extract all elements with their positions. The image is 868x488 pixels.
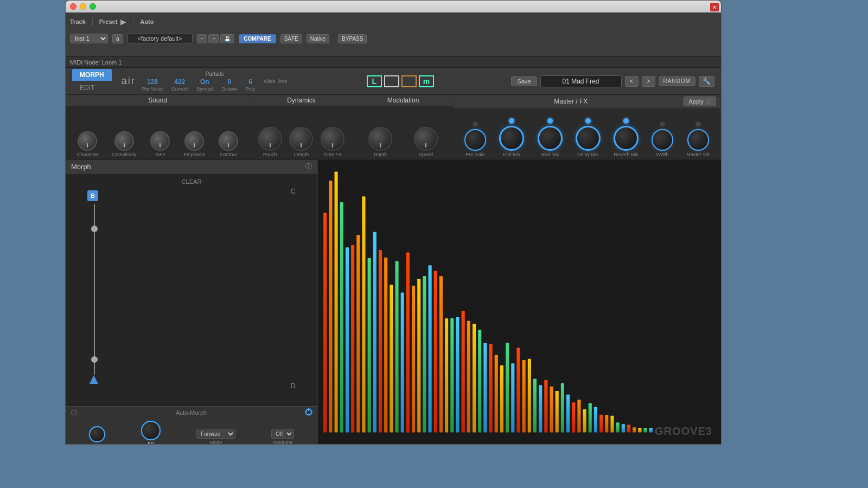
svg-marker-0 (90, 375, 98, 384)
timefx-knob[interactable] (321, 127, 344, 151)
preset-save-btn[interactable]: 💾 (220, 34, 234, 43)
master-fx-title: Master / FX (458, 98, 684, 105)
character-knob[interactable] (78, 131, 97, 151)
am-speed-knob[interactable] (141, 421, 161, 440)
am-speed-value: 50 (148, 441, 154, 444)
complexity-label: Complexity (112, 152, 137, 157)
preset-minus-btn[interactable]: − (197, 34, 208, 43)
speed-knob-group: Speed (414, 127, 438, 157)
master-fx-panel: Master / FX Apply ⓘ Pre Gain (454, 95, 721, 159)
svg-rect-7 (356, 235, 360, 432)
loom-letter-o1 (384, 75, 399, 87)
morph-tab[interactable]: MORPH (72, 69, 112, 81)
svg-rect-32 (495, 355, 498, 433)
safe-button[interactable]: SAFE (280, 34, 302, 43)
sync-icon[interactable] (89, 426, 105, 442)
save-button[interactable]: Save (511, 76, 537, 86)
complexity-knob[interactable] (114, 131, 134, 151)
inst-option-btn[interactable]: a (112, 34, 123, 43)
emphasis-label: Emphasis (183, 152, 205, 157)
pval-synced: On Synced (196, 78, 213, 92)
svg-rect-47 (577, 400, 580, 433)
svg-rect-28 (473, 324, 476, 433)
window-close-btn[interactable]: ✕ (710, 3, 719, 11)
morph-panel-header: Morph ⓘ (66, 160, 317, 174)
morph-point-b[interactable]: B (87, 190, 98, 201)
native-button[interactable]: Native (307, 34, 329, 43)
prev-preset-button[interactable]: < (625, 76, 639, 87)
svg-rect-33 (500, 365, 503, 433)
bypass-button[interactable]: BYPASS (338, 34, 367, 43)
preset-plus-btn[interactable]: + (208, 34, 219, 43)
auto-morph-power-icon[interactable] (305, 408, 312, 418)
svg-rect-39 (533, 379, 537, 433)
svg-rect-55 (622, 424, 625, 432)
preset-section: Preset ▶ (99, 17, 127, 26)
svg-rect-19 (423, 276, 426, 433)
maximize-button[interactable] (90, 3, 96, 10)
apply-button[interactable]: Apply ⓘ (684, 97, 716, 106)
main-content: Sound Character Complexity Tone (66, 95, 721, 444)
svg-rect-31 (489, 344, 493, 433)
svg-rect-1 (323, 213, 327, 432)
reverbmix-knob[interactable] (614, 126, 639, 151)
morph-point-d[interactable]: D (291, 382, 296, 390)
svg-rect-46 (572, 402, 575, 432)
morph-handle-bottom[interactable] (91, 356, 98, 363)
mode-select[interactable]: Forward Backward Bounce (196, 429, 235, 439)
morph-point-a[interactable] (88, 374, 99, 387)
clear-button[interactable]: CLEAR (182, 178, 202, 185)
character-knob-group: Character (77, 131, 99, 157)
emphasis-knob[interactable] (184, 131, 204, 151)
compare-button[interactable]: COMPARE (239, 34, 276, 43)
punch-knob[interactable] (258, 127, 282, 151)
contour-knob[interactable] (219, 131, 238, 151)
svg-rect-59 (644, 428, 647, 433)
auto-morph-header: ⓘ Auto-Morph (66, 407, 317, 419)
morph-canvas[interactable]: B C D (66, 174, 317, 406)
morph-point-c[interactable]: C (291, 187, 296, 195)
loom-logo: L m (367, 75, 434, 87)
svg-rect-42 (550, 387, 553, 433)
random-button[interactable]: RANDOM (659, 76, 695, 86)
svg-rect-13 (390, 285, 393, 432)
pin-button[interactable]: 🔧 (699, 76, 714, 87)
distmix-label: Dist Mix (503, 152, 520, 157)
svg-rect-15 (401, 293, 404, 433)
svg-rect-9 (368, 258, 371, 433)
retrigger-select[interactable]: Off On (271, 429, 294, 439)
svg-rect-23 (445, 318, 448, 432)
length-knob[interactable] (289, 127, 313, 151)
mastervol-knob[interactable] (687, 129, 709, 151)
morph-info-button[interactable]: ⓘ (305, 162, 312, 171)
speed-knob[interactable] (414, 127, 438, 151)
depth-knob[interactable] (368, 127, 392, 151)
pval-per-voice: 128 Per Voice (142, 78, 163, 92)
pregain-knob[interactable] (464, 129, 486, 151)
tone-knob[interactable] (150, 131, 170, 151)
next-preset-button[interactable]: > (642, 76, 655, 87)
morph-handle-top[interactable] (91, 226, 98, 232)
distmix-knob[interactable] (499, 126, 524, 151)
apply-info-icon: ⓘ (706, 98, 711, 105)
minimize-button[interactable] (80, 3, 86, 10)
inst-select[interactable]: Inst 1 (70, 34, 108, 43)
timefx-label: Time FX (323, 152, 342, 157)
svg-rect-60 (649, 428, 653, 433)
svg-rect-40 (539, 385, 542, 432)
svg-rect-36 (516, 348, 520, 432)
svg-rect-26 (462, 311, 465, 432)
close-button[interactable] (70, 3, 76, 10)
modmix-knob[interactable] (538, 126, 563, 151)
master-fx-header: Master / FX Apply ⓘ (454, 95, 720, 108)
width-knob[interactable] (652, 129, 673, 151)
pval-octave: 0 Octave (221, 78, 237, 92)
toolbar: Track Preset ▶ Auto Inst 1 a <factory de… (66, 12, 721, 57)
svg-rect-24 (450, 318, 454, 433)
spectrum-panel: GROOVE3 (318, 160, 721, 444)
delaymix-knob[interactable] (576, 126, 601, 151)
edit-tab[interactable]: EDIT (72, 82, 112, 94)
sound-knobs-row: Character Complexity Tone Emphasis (66, 106, 250, 159)
delaymix-knob-group: Delay Mix (576, 118, 601, 157)
loom-letter-o2 (401, 75, 417, 87)
